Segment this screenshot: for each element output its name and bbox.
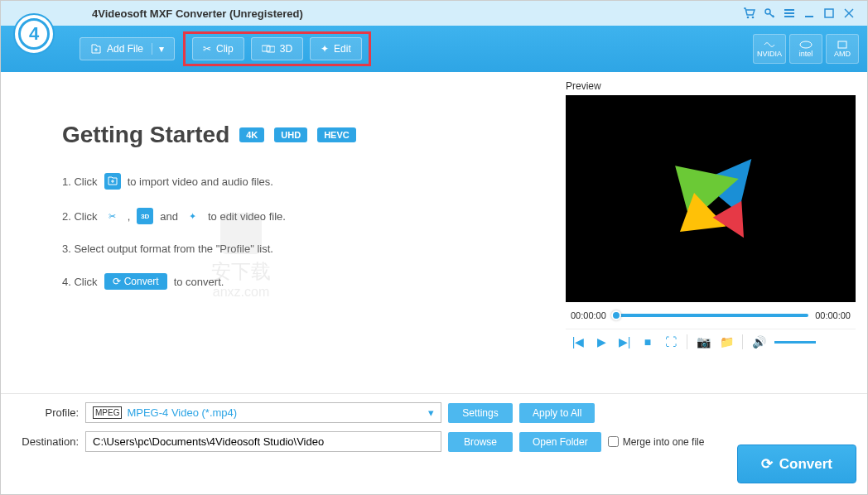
step2-text-b: to edit video file.	[208, 210, 286, 223]
browse-button[interactable]: Browse	[448, 432, 513, 452]
convert-mini-label: Convert	[124, 276, 159, 287]
app-title: 4Videosoft MXF Converter (Unregistered)	[92, 7, 303, 20]
preview-label: Preview	[566, 80, 856, 92]
badge-4k: 4K	[239, 127, 264, 142]
step2-text-a: 2. Click	[62, 210, 98, 223]
nvidia-label: NVIDIA	[757, 50, 782, 58]
snapshot-icon[interactable]: 📷	[696, 335, 711, 348]
settings-button[interactable]: Settings	[448, 403, 513, 423]
svg-rect-5	[784, 16, 794, 17]
edit-tools-highlight: ✂ Clip 3D ✦ Edit	[183, 31, 371, 66]
merge-checkbox[interactable]	[608, 436, 619, 447]
separator	[742, 334, 743, 349]
svg-rect-11	[838, 41, 846, 48]
toolbar: 4 Add File ▾ ✂ Clip 3D ✦ Edit NVIDIA int…	[1, 26, 867, 72]
step4-text-b: to convert.	[174, 276, 224, 288]
open-folder-button[interactable]: Open Folder	[519, 432, 601, 452]
preview-panel: Preview 00:00:00 00:00:00 |◀ ▶ ▶| ■ ⛶ 📷	[566, 80, 856, 385]
step-4: 4. Click ⟳ Convert to convert.	[62, 273, 524, 290]
3d-button[interactable]: 3D	[251, 37, 303, 60]
refresh-icon: ⟳	[113, 276, 121, 287]
timeline-knob[interactable]	[611, 310, 621, 320]
preview-viewport[interactable]	[566, 95, 856, 302]
profile-dropdown[interactable]: MPEG MPEG-4 Video (*.mp4) ▾	[85, 402, 441, 423]
add-file-button[interactable]: Add File ▾	[80, 37, 175, 60]
intel-label: intel	[799, 50, 813, 58]
heading-row: Getting Started 4K UHD HEVC	[62, 122, 524, 148]
preview-logo	[653, 141, 769, 257]
titlebar: 4Videosoft MXF Converter (Unregistered)	[1, 1, 867, 26]
amd-icon	[836, 40, 849, 50]
cart-icon[interactable]	[740, 3, 760, 23]
profile-row: Profile: MPEG MPEG-4 Video (*.mp4) ▾ Set…	[12, 402, 856, 423]
3d-icon	[262, 44, 275, 54]
destination-input[interactable]	[85, 431, 441, 452]
step2-and: and	[160, 210, 178, 223]
merge-checkbox-wrap[interactable]: Merge into one file	[608, 436, 705, 448]
step1-text-a: 1. Click	[62, 175, 98, 188]
badge-hevc: HEVC	[317, 127, 356, 142]
import-icon	[104, 173, 121, 190]
profile-value: MPEG-4 Video (*.mp4)	[127, 406, 423, 419]
volume-slider[interactable]	[774, 341, 816, 344]
profile-label: Profile:	[12, 406, 79, 419]
fullscreen-icon[interactable]: ⛶	[663, 335, 678, 348]
next-frame-icon[interactable]: ▶|	[617, 335, 632, 348]
player-controls: |◀ ▶ ▶| ■ ⛶ 📷 📁 🔊	[566, 329, 856, 354]
convert-button[interactable]: ⟳ Convert	[737, 445, 856, 483]
play-icon[interactable]: ▶	[594, 335, 609, 348]
timeline: 00:00:00 00:00:00	[566, 302, 856, 329]
close-icon[interactable]	[839, 3, 859, 23]
separator	[687, 334, 687, 349]
3d-step-icon: 3D	[137, 208, 153, 224]
menu-icon[interactable]	[779, 3, 799, 23]
add-file-icon	[90, 43, 102, 55]
clip-label: Clip	[216, 43, 234, 55]
getting-started-panel: Getting Started 4K UHD HEVC 1. Click to …	[12, 80, 549, 385]
step-1: 1. Click to import video and audio files…	[62, 173, 524, 190]
step3-text: 3. Select output format from the "Profil…	[62, 243, 273, 255]
add-file-caret-icon: ▾	[152, 43, 164, 55]
amd-label: AMD	[834, 50, 851, 58]
sparkle-icon: ✦	[321, 43, 329, 55]
app-logo: 4	[13, 13, 55, 55]
apply-all-button[interactable]: Apply to All	[519, 403, 595, 423]
step-2: 2. Click ✂ , 3D and ✦ to edit video file…	[62, 208, 524, 224]
destination-row: Destination: Browse Open Folder Merge in…	[12, 431, 856, 452]
volume-icon[interactable]: 🔊	[751, 335, 766, 348]
step2-comma: ,	[128, 210, 131, 223]
svg-point-1	[752, 17, 755, 19]
edit-button[interactable]: ✦ Edit	[310, 37, 362, 60]
stop-icon[interactable]: ■	[640, 335, 655, 348]
intel-icon	[799, 40, 813, 50]
scissors-icon: ✂	[203, 43, 211, 55]
svg-rect-7	[825, 9, 833, 17]
page-title: Getting Started	[62, 122, 229, 148]
prev-frame-icon[interactable]: |◀	[571, 335, 586, 348]
maximize-icon[interactable]	[819, 3, 839, 23]
minimize-icon[interactable]	[799, 3, 819, 23]
svg-rect-4	[784, 12, 794, 14]
merge-label: Merge into one file	[623, 436, 705, 448]
step1-text-b: to import video and audio files.	[128, 175, 273, 188]
convert-mini-button: ⟳ Convert	[104, 273, 167, 290]
logo-text: 4	[18, 18, 50, 50]
timeline-track[interactable]	[613, 314, 808, 317]
svg-rect-3	[784, 9, 794, 11]
main-area: Getting Started 4K UHD HEVC 1. Click to …	[1, 72, 867, 393]
chevron-down-icon: ▾	[428, 406, 434, 419]
clip-button[interactable]: ✂ Clip	[192, 37, 244, 60]
scissors-step-icon: ✂	[104, 208, 121, 224]
add-file-label: Add File	[107, 43, 143, 55]
step4-text-a: 4. Click	[62, 276, 98, 288]
key-icon[interactable]	[760, 3, 779, 23]
convert-label: Convert	[779, 456, 832, 473]
mpeg-icon: MPEG	[93, 406, 122, 419]
badge-uhd: UHD	[274, 127, 307, 142]
convert-refresh-icon: ⟳	[761, 455, 773, 473]
svg-rect-6	[805, 16, 813, 17]
edit-label: Edit	[334, 43, 351, 55]
destination-label: Destination:	[12, 435, 79, 448]
sparkle-step-icon: ✦	[185, 208, 201, 224]
folder-icon[interactable]: 📁	[719, 335, 734, 348]
